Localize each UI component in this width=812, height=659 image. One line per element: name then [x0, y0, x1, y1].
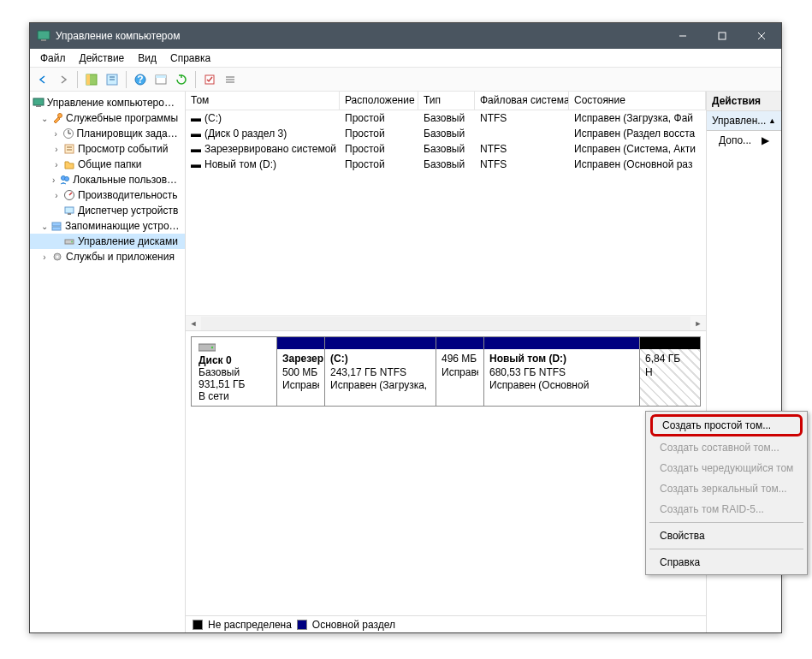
volume-row[interactable]: ▬(C:) Простой Базовый NTFS Исправен (Заг… — [186, 110, 706, 126]
maximize-button[interactable] — [702, 23, 742, 49]
col-layout[interactable]: Расположение — [340, 92, 418, 110]
menu-bar: Файл Действие Вид Справка — [30, 49, 781, 68]
legend: Не распределена Основной раздел — [186, 615, 706, 632]
folder-share-icon — [62, 157, 76, 171]
settings-button[interactable] — [200, 70, 219, 89]
tree-storage[interactable]: ⌄ Запоминающие устройст — [30, 218, 185, 234]
svg-rect-14 — [156, 75, 166, 78]
svg-rect-34 — [52, 223, 61, 226]
col-filesystem[interactable]: Файловая система — [475, 92, 569, 110]
disk-row[interactable]: Диск 0 Базовый 931,51 ГБ В сети Зарезер … — [191, 336, 701, 407]
gear-icon — [50, 250, 64, 264]
disk-type: Базовый — [199, 366, 270, 378]
performance-icon — [62, 188, 76, 202]
drive-icon: ▬ — [191, 158, 203, 170]
volume-row[interactable]: ▬Зарезервировано системой Простой Базовы… — [186, 141, 706, 157]
collapse-icon[interactable]: ⌄ — [39, 222, 50, 231]
minimize-button[interactable] — [663, 23, 702, 49]
nav-forward-button[interactable] — [54, 70, 73, 89]
close-button[interactable] — [742, 23, 781, 49]
svg-rect-33 — [68, 213, 71, 215]
partition-d[interactable]: Новый том (D:) 680,53 ГБ NTFS Исправен (… — [484, 337, 640, 406]
expand-icon[interactable]: › — [50, 129, 62, 139]
tree-performance[interactable]: › Производительность — [30, 187, 185, 203]
menu-help[interactable]: Справка — [163, 50, 217, 67]
svg-point-41 — [211, 347, 213, 348]
help-button[interactable]: ? — [131, 70, 150, 89]
svg-rect-19 — [33, 98, 44, 105]
device-icon — [62, 204, 76, 217]
svg-rect-1 — [41, 39, 46, 41]
svg-point-29 — [65, 177, 69, 181]
svg-point-39 — [56, 256, 59, 258]
tree-system-tools[interactable]: ⌄ Служебные программы — [30, 110, 185, 126]
partition-c[interactable]: (C:) 243,17 ГБ NTFS Исправен (Загрузка, — [325, 337, 436, 406]
view-options-button[interactable] — [151, 70, 170, 89]
horizontal-scrollbar[interactable]: ◄ ► — [186, 315, 706, 330]
nav-back-button[interactable] — [33, 70, 52, 89]
window-title: Управление компьютером — [56, 30, 663, 42]
tree-local-users[interactable]: › Локальные пользователи — [30, 172, 185, 187]
menu-view[interactable]: Вид — [131, 50, 163, 67]
expand-icon[interactable]: › — [50, 160, 62, 169]
expand-icon[interactable]: › — [50, 145, 62, 154]
menu-action[interactable]: Действие — [73, 50, 132, 67]
disk-info[interactable]: Диск 0 Базовый 931,51 ГБ В сети — [192, 337, 277, 406]
tree-task-scheduler[interactable]: › Планировщик заданий — [30, 126, 185, 141]
scroll-track[interactable] — [201, 317, 690, 330]
list-view-button[interactable] — [221, 70, 240, 89]
tree-shared-folders[interactable]: › Общие папки — [30, 157, 185, 172]
drive-icon: ▬ — [191, 128, 203, 140]
hdd-icon — [199, 342, 270, 353]
svg-rect-25 — [65, 145, 74, 153]
actions-header: Действия — [707, 92, 781, 111]
col-type[interactable]: Тип — [418, 92, 475, 110]
disk-size: 931,51 ГБ — [199, 378, 270, 390]
expand-icon[interactable]: › — [48, 175, 59, 185]
tree-root[interactable]: Управление компьютером (л — [30, 95, 185, 110]
col-status[interactable]: Состояние — [569, 92, 706, 110]
menu-help[interactable]: Справка — [648, 552, 805, 573]
tree-event-viewer[interactable]: › Просмотр событий — [30, 141, 185, 157]
actions-main[interactable]: Управлен...▲ — [707, 111, 781, 131]
expand-icon[interactable]: › — [39, 252, 50, 262]
menu-create-spanned-volume: Создать составной том... — [648, 437, 805, 458]
partition-reserved[interactable]: Зарезер 500 МБ N Исправе — [277, 337, 325, 406]
volume-row[interactable]: ▬(Диск 0 раздел 3) Простой Базовый Испра… — [186, 126, 706, 141]
menu-file[interactable]: Файл — [33, 50, 73, 67]
disk-icon — [62, 235, 76, 248]
volume-list[interactable]: Том Расположение Тип Файловая система Со… — [186, 92, 706, 331]
list-header: Том Расположение Тип Файловая система Со… — [186, 92, 706, 110]
disk-partitions: Зарезер 500 МБ N Исправе (C:) 243,17 ГБ … — [277, 337, 700, 406]
actions-more[interactable]: Допо...▶ — [707, 131, 781, 150]
menu-properties[interactable]: Свойства — [648, 525, 805, 546]
detail-pane: Том Расположение Тип Файловая система Со… — [186, 92, 706, 632]
volume-row[interactable]: ▬Новый том (D:) Простой Базовый NTFS Исп… — [186, 157, 706, 172]
disk-status: В сети — [199, 390, 270, 402]
show-hide-tree-button[interactable] — [82, 70, 101, 89]
tree-disk-management[interactable]: Управление дисками — [30, 234, 185, 249]
legend-swatch-primary — [297, 620, 307, 630]
disk-map: Диск 0 Базовый 931,51 ГБ В сети Зарезер … — [186, 331, 706, 615]
menu-create-simple-volume[interactable]: Создать простой том... — [650, 414, 803, 436]
properties-button[interactable] — [103, 70, 122, 89]
collapse-icon[interactable]: ⌄ — [39, 114, 50, 123]
svg-rect-20 — [36, 105, 41, 107]
partition-unallocated[interactable]: 6,84 ГБ Н — [640, 337, 700, 406]
scroll-left-icon[interactable]: ◄ — [186, 319, 201, 328]
menu-separator — [649, 522, 803, 523]
tree-device-manager[interactable]: Диспетчер устройств — [30, 203, 185, 218]
collapse-arrow-icon: ▲ — [768, 116, 776, 125]
svg-text:?: ? — [137, 74, 143, 86]
partition-recovery[interactable]: 496 МБ Исправе — [436, 337, 484, 406]
expand-icon[interactable]: › — [50, 191, 62, 200]
scroll-right-icon[interactable]: ► — [690, 319, 706, 328]
col-volume[interactable]: Том — [186, 92, 340, 110]
drive-icon: ▬ — [191, 143, 203, 155]
disk-label: Диск 0 — [199, 354, 270, 366]
navigation-tree[interactable]: Управление компьютером (л ⌄ Служебные пр… — [30, 92, 186, 632]
refresh-button[interactable] — [172, 70, 191, 89]
toolbar: ? — [30, 68, 781, 92]
tree-services[interactable]: › Службы и приложения — [30, 249, 185, 264]
svg-rect-32 — [65, 207, 74, 213]
